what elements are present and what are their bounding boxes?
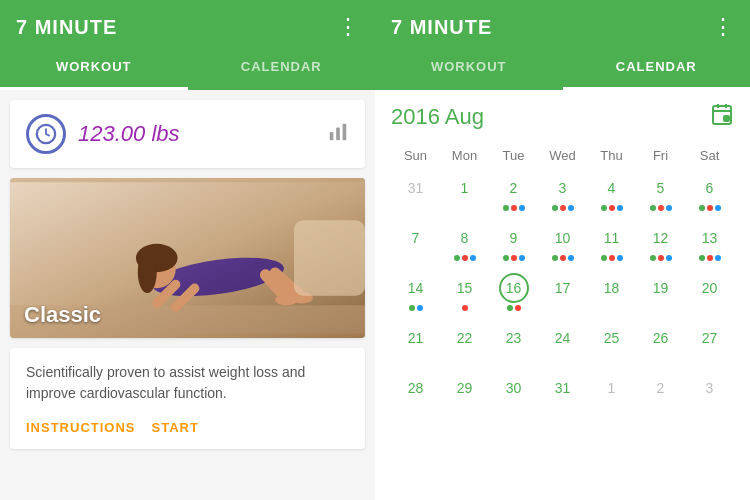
calendar-day[interactable]: 5 <box>636 169 685 217</box>
calendar-day[interactable]: 22 <box>440 319 489 367</box>
left-app-title: 7 MINUTE <box>16 16 117 39</box>
calendar-day[interactable]: 11 <box>587 219 636 267</box>
calendar-day[interactable]: 3 <box>538 169 587 217</box>
calendar-day[interactable]: 9 <box>489 219 538 267</box>
calendar-week-2: 7 8 9 <box>391 219 734 267</box>
calendar-day[interactable]: 10 <box>538 219 587 267</box>
left-tab-workout[interactable]: WORKOUT <box>0 46 188 90</box>
calendar-day[interactable]: 12 <box>636 219 685 267</box>
weight-card: 123.00 lbs <box>10 100 365 168</box>
workout-image-card: Classic <box>10 178 365 338</box>
right-header: 7 MINUTE ⋮ WORKOUT CALENDAR <box>375 0 750 90</box>
calendar-day[interactable]: 19 <box>636 269 685 317</box>
calendar-day[interactable]: 30 <box>489 369 538 417</box>
dow-sat: Sat <box>685 146 734 165</box>
left-tab-calendar[interactable]: CALENDAR <box>188 46 376 90</box>
calendar-day-today[interactable]: 16 <box>489 269 538 317</box>
description-text: Scientifically proven to assist weight l… <box>26 362 349 404</box>
svg-rect-3 <box>343 123 347 140</box>
weight-icon <box>26 114 66 154</box>
chart-icon[interactable] <box>327 121 349 148</box>
right-tab-calendar[interactable]: CALENDAR <box>563 46 751 90</box>
calendar-day[interactable]: 3 <box>685 369 734 417</box>
calendar-day[interactable]: 28 <box>391 369 440 417</box>
calendar-day[interactable]: 6 <box>685 169 734 217</box>
calendar-day[interactable]: 15 <box>440 269 489 317</box>
calendar-day[interactable]: 2 <box>489 169 538 217</box>
calendar-month-row: 2016 Aug <box>391 102 734 132</box>
svg-point-9 <box>138 251 157 293</box>
calendar-week-3: 14 15 16 <box>391 269 734 317</box>
start-button[interactable]: START <box>152 420 199 435</box>
instructions-button[interactable]: INSTRUCTIONS <box>26 420 136 435</box>
action-buttons: INSTRUCTIONS START <box>26 420 349 435</box>
calendar-day[interactable]: 4 <box>587 169 636 217</box>
calendar-day[interactable]: 31 <box>538 369 587 417</box>
calendar-day[interactable]: 13 <box>685 219 734 267</box>
calendar-body: 2016 Aug Sun Mon Tue Wed Thu Fri Sat <box>375 90 750 500</box>
calendar-day[interactable]: 29 <box>440 369 489 417</box>
calendar-day[interactable]: 20 <box>685 269 734 317</box>
calendar-week-5: 28 29 30 31 1 <box>391 369 734 417</box>
calendar-day[interactable]: 8 <box>440 219 489 267</box>
description-card: Scientifically proven to assist weight l… <box>10 348 365 449</box>
calendar-day[interactable]: 23 <box>489 319 538 367</box>
dow-mon: Mon <box>440 146 489 165</box>
weight-value: 123.00 lbs <box>78 121 327 147</box>
dow-tue: Tue <box>489 146 538 165</box>
calendar-day[interactable]: 26 <box>636 319 685 367</box>
dow-fri: Fri <box>636 146 685 165</box>
calendar-day[interactable]: 1 <box>440 169 489 217</box>
calendar-day[interactable]: 2 <box>636 369 685 417</box>
right-tabs: WORKOUT CALENDAR <box>375 46 750 90</box>
right-menu-dots[interactable]: ⋮ <box>712 14 734 40</box>
calendar-dow-row: Sun Mon Tue Wed Thu Fri Sat <box>391 146 734 165</box>
svg-rect-1 <box>330 132 334 140</box>
calendar-day[interactable]: 18 <box>587 269 636 317</box>
dow-thu: Thu <box>587 146 636 165</box>
calendar-day[interactable]: 14 <box>391 269 440 317</box>
calendar-week-4: 21 22 23 24 25 <box>391 319 734 367</box>
right-tab-workout[interactable]: WORKOUT <box>375 46 563 90</box>
calendar-day[interactable]: 1 <box>587 369 636 417</box>
svg-rect-16 <box>294 220 365 296</box>
left-menu-dots[interactable]: ⋮ <box>337 14 359 40</box>
calendar-day[interactable]: 17 <box>538 269 587 317</box>
calendar-nav-icon[interactable] <box>710 102 734 132</box>
dow-wed: Wed <box>538 146 587 165</box>
calendar-day[interactable]: 7 <box>391 219 440 267</box>
calendar-day[interactable]: 31 <box>391 169 440 217</box>
calendar-day[interactable]: 24 <box>538 319 587 367</box>
left-header: 7 MINUTE ⋮ WORKOUT CALENDAR <box>0 0 375 90</box>
calendar-week-1: 31 1 2 3 <box>391 169 734 217</box>
calendar-day[interactable]: 25 <box>587 319 636 367</box>
svg-rect-2 <box>336 127 340 140</box>
right-panel: 7 MINUTE ⋮ WORKOUT CALENDAR 2016 Aug <box>375 0 750 500</box>
left-tabs: WORKOUT CALENDAR <box>0 46 375 90</box>
workout-label: Classic <box>24 302 101 328</box>
calendar-grid: Sun Mon Tue Wed Thu Fri Sat 31 1 <box>391 146 734 417</box>
calendar-day[interactable]: 27 <box>685 319 734 367</box>
calendar-day[interactable]: 21 <box>391 319 440 367</box>
right-app-title: 7 MINUTE <box>391 16 492 39</box>
calendar-month-title: 2016 Aug <box>391 104 484 130</box>
svg-rect-21 <box>724 116 729 121</box>
left-panel: 7 MINUTE ⋮ WORKOUT CALENDAR 123.00 lbs <box>0 0 375 500</box>
dow-sun: Sun <box>391 146 440 165</box>
